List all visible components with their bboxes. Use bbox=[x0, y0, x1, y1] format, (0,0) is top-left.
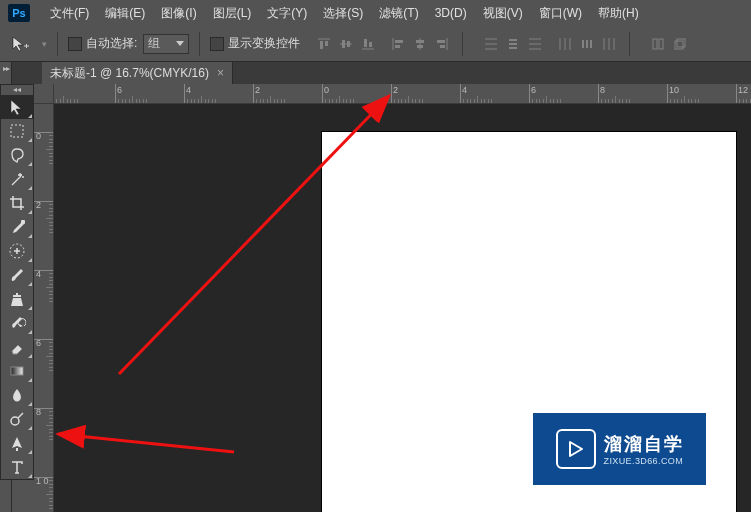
svg-rect-7 bbox=[347, 41, 350, 47]
auto-select-dropdown[interactable]: 组 bbox=[143, 34, 189, 54]
document-tab-bar: 未标题-1 @ 16.7%(CMYK/16) × bbox=[0, 62, 751, 84]
svg-line-51 bbox=[58, 434, 234, 452]
svg-rect-24 bbox=[509, 43, 517, 45]
distribute-hcenter-icon[interactable] bbox=[577, 34, 597, 54]
3d-mode-icon[interactable] bbox=[670, 34, 690, 54]
tool-gradient[interactable] bbox=[1, 359, 33, 383]
separator bbox=[199, 32, 200, 56]
menu-3[interactable]: 图层(L) bbox=[205, 0, 260, 26]
watermark: 溜溜自学 ZIXUE.3D66.COM bbox=[533, 413, 706, 485]
menu-7[interactable]: 3D(D) bbox=[427, 0, 475, 26]
panel-grip-icon[interactable]: ◂◂ bbox=[1, 85, 33, 95]
ruler-tick-label: 1 0 bbox=[36, 477, 52, 486]
horizontal-ruler[interactable]: 8642024681012 bbox=[54, 84, 751, 104]
close-icon[interactable]: × bbox=[217, 66, 224, 80]
menu-2[interactable]: 图像(I) bbox=[153, 0, 204, 26]
auto-align-icon[interactable] bbox=[648, 34, 668, 54]
tool-history-brush[interactable] bbox=[1, 311, 33, 335]
distribute-bottom-icon[interactable] bbox=[525, 34, 545, 54]
tool-magic-wand[interactable] bbox=[1, 167, 33, 191]
tool-brush[interactable] bbox=[1, 263, 33, 287]
distribute-vcenter-icon[interactable] bbox=[503, 34, 523, 54]
ruler-origin[interactable] bbox=[34, 84, 54, 104]
align-icons-group-2 bbox=[388, 34, 452, 54]
svg-rect-4 bbox=[325, 41, 328, 46]
menu-8[interactable]: 视图(V) bbox=[475, 0, 531, 26]
distribute-left-icon[interactable] bbox=[555, 34, 575, 54]
flyout-indicator-icon bbox=[28, 402, 32, 406]
auto-select-checkbox[interactable]: 自动选择: bbox=[68, 35, 137, 52]
svg-rect-41 bbox=[677, 39, 685, 47]
svg-rect-32 bbox=[582, 40, 584, 48]
tool-rect-marquee[interactable] bbox=[1, 119, 33, 143]
arrange-icons-group bbox=[648, 34, 690, 54]
watermark-logo-icon bbox=[556, 429, 596, 469]
svg-rect-6 bbox=[342, 40, 345, 48]
document-tab[interactable]: 未标题-1 @ 16.7%(CMYK/16) × bbox=[42, 62, 233, 84]
ruler-tick-label: 6 bbox=[531, 85, 536, 95]
workspace: 8642024681012 024681 01 2 溜溜自学 ZIXUE.3D6… bbox=[34, 84, 751, 512]
show-transform-label: 显示变换控件 bbox=[228, 35, 300, 52]
tool-crop[interactable] bbox=[1, 191, 33, 215]
ruler-tick-label: 2 bbox=[255, 85, 260, 95]
svg-rect-19 bbox=[440, 45, 445, 48]
tool-dodge[interactable] bbox=[1, 407, 33, 431]
annotation-arrow-2 bbox=[34, 404, 254, 464]
flyout-indicator-icon bbox=[28, 474, 32, 478]
ruler-tick-label: 4 bbox=[186, 85, 191, 95]
tool-clone[interactable] bbox=[1, 287, 33, 311]
menu-5[interactable]: 选择(S) bbox=[315, 0, 371, 26]
menu-6[interactable]: 滤镜(T) bbox=[371, 0, 426, 26]
tool-eyedropper[interactable] bbox=[1, 215, 33, 239]
svg-rect-39 bbox=[659, 39, 663, 49]
svg-rect-42 bbox=[11, 125, 23, 137]
distribute-icons-group-2 bbox=[555, 34, 619, 54]
svg-rect-15 bbox=[416, 40, 424, 43]
flyout-indicator-icon bbox=[28, 186, 32, 190]
align-hcenter-icon[interactable] bbox=[410, 34, 430, 54]
dropdown-value: 组 bbox=[148, 35, 160, 52]
align-vcenter-icon[interactable] bbox=[336, 34, 356, 54]
align-right-icon[interactable] bbox=[432, 34, 452, 54]
tool-healing[interactable] bbox=[1, 239, 33, 263]
tool-move[interactable] bbox=[1, 95, 33, 119]
menu-10[interactable]: 帮助(H) bbox=[590, 0, 647, 26]
menu-4[interactable]: 文字(Y) bbox=[259, 0, 315, 26]
ps-logo: Ps bbox=[4, 3, 34, 23]
svg-rect-23 bbox=[509, 39, 517, 41]
vertical-ruler[interactable]: 024681 01 2 bbox=[34, 104, 54, 512]
align-top-icon[interactable] bbox=[314, 34, 334, 54]
align-left-icon[interactable] bbox=[388, 34, 408, 54]
tool-blur[interactable] bbox=[1, 383, 33, 407]
ruler-tick-label: 2 bbox=[393, 85, 398, 95]
flyout-indicator-icon bbox=[28, 354, 32, 358]
ruler-tick-label: 0 bbox=[324, 85, 329, 95]
distribute-top-icon[interactable] bbox=[481, 34, 501, 54]
options-bar: ▾ 自动选择: 组 显示变换控件 bbox=[0, 26, 751, 62]
menu-1[interactable]: 编辑(E) bbox=[97, 0, 153, 26]
document-tab-title: 未标题-1 @ 16.7%(CMYK/16) bbox=[50, 65, 209, 82]
ruler-tick-label: 12 bbox=[738, 85, 748, 95]
svg-rect-10 bbox=[369, 42, 372, 47]
show-transform-checkbox[interactable]: 显示变换控件 bbox=[210, 35, 300, 52]
svg-text:Ps: Ps bbox=[12, 7, 25, 19]
tool-pen[interactable] bbox=[1, 431, 33, 455]
current-tool-indicator[interactable] bbox=[6, 33, 36, 55]
svg-rect-46 bbox=[11, 367, 23, 375]
chevron-down-icon bbox=[176, 41, 184, 46]
separator bbox=[57, 32, 58, 56]
ruler-tick-label: 6 bbox=[36, 339, 52, 348]
svg-rect-34 bbox=[590, 40, 592, 48]
menu-9[interactable]: 窗口(W) bbox=[531, 0, 590, 26]
tool-eraser[interactable] bbox=[1, 335, 33, 359]
menu-0[interactable]: 文件(F) bbox=[42, 0, 97, 26]
flyout-indicator-icon bbox=[28, 114, 32, 118]
align-bottom-icon[interactable] bbox=[358, 34, 378, 54]
tool-type[interactable] bbox=[1, 455, 33, 479]
tool-lasso[interactable] bbox=[1, 143, 33, 167]
svg-rect-44 bbox=[21, 220, 25, 224]
svg-point-47 bbox=[11, 417, 19, 425]
distribute-right-icon[interactable] bbox=[599, 34, 619, 54]
watermark-url: ZIXUE.3D66.COM bbox=[604, 456, 684, 466]
flyout-indicator-icon bbox=[28, 426, 32, 430]
